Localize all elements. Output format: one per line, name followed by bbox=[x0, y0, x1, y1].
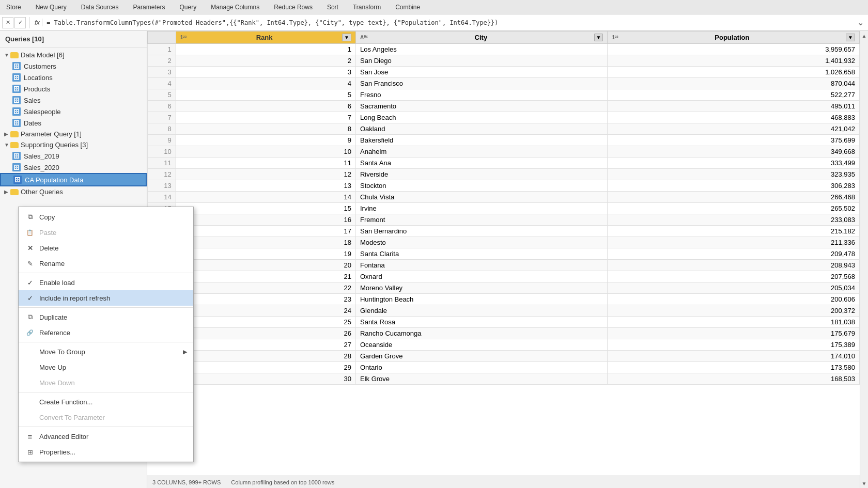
cell-city: Garden Grove bbox=[355, 351, 607, 362]
table-row: 1818Modesto211,336 bbox=[148, 237, 860, 248]
ctx-sep1 bbox=[19, 273, 193, 273]
cell-rank: 10 bbox=[176, 146, 355, 158]
query-label-dates: Dates bbox=[24, 119, 41, 127]
formula-accept-button[interactable]: ✓ bbox=[14, 17, 26, 28]
query-item-sales2019[interactable]: Sales_2019 bbox=[0, 150, 147, 162]
row-number: 12 bbox=[148, 169, 176, 180]
cell-population: 208,943 bbox=[608, 260, 860, 271]
cell-rank: 7 bbox=[176, 112, 355, 123]
query-item-salespeople[interactable]: Salespeople bbox=[0, 106, 147, 117]
menu-store[interactable]: Store bbox=[4, 3, 23, 12]
city-type-badge: Aᴮᶜ bbox=[360, 35, 368, 40]
ctx-paste[interactable]: 📋 Paste bbox=[19, 225, 193, 240]
ctx-convertparam-label: Convert To Parameter bbox=[39, 414, 105, 421]
pop-filter-button[interactable]: ▼ bbox=[846, 34, 855, 41]
ctx-sep5 bbox=[19, 427, 193, 427]
ctx-convertparam[interactable]: · Convert To Parameter bbox=[19, 410, 193, 425]
scroll-down-button[interactable]: ▼ bbox=[861, 480, 868, 487]
cell-city: Fresno bbox=[355, 89, 607, 101]
table-icon-salespeople bbox=[12, 107, 21, 116]
cell-city: San Francisco bbox=[355, 78, 607, 89]
table-row: 2323Huntington Beach200,606 bbox=[148, 294, 860, 305]
cell-rank: 13 bbox=[176, 180, 355, 192]
ctx-duplicate[interactable]: ⧉ Duplicate bbox=[19, 309, 193, 325]
query-item-sales2020[interactable]: Sales_2020 bbox=[0, 162, 147, 173]
table-row: 88Oakland421,042 bbox=[148, 123, 860, 135]
menu-transform[interactable]: Transform bbox=[351, 3, 383, 12]
ctx-advancededitor[interactable]: ≡ Advanced Editor bbox=[19, 429, 193, 444]
formula-expand-button[interactable]: ⌄ bbox=[855, 17, 866, 28]
row-number: 5 bbox=[148, 89, 176, 101]
cell-city: Oceanside bbox=[355, 339, 607, 351]
query-item-dates[interactable]: Dates bbox=[0, 117, 147, 129]
ctx-enableload[interactable]: ✓ Enable load bbox=[19, 275, 193, 290]
cell-population: 175,389 bbox=[608, 339, 860, 351]
queries-header: Queries [10] bbox=[0, 31, 147, 48]
cell-city: Santa Ana bbox=[355, 158, 607, 169]
rank-type-badge: 1²³ bbox=[180, 35, 187, 40]
ctx-delete[interactable]: ✕ Delete bbox=[19, 240, 193, 256]
table-row: 3030Elk Grove168,503 bbox=[148, 373, 860, 385]
ctx-sep2 bbox=[19, 307, 193, 308]
group-label-other: Other Queries bbox=[21, 188, 63, 196]
query-item-locations[interactable]: Locations bbox=[0, 72, 147, 83]
properties-icon: ⊞ bbox=[25, 447, 35, 457]
moveup-icon: · bbox=[25, 362, 35, 372]
data-table: 1²³ Rank ▼ Aᴮᶜ City ▼ bbox=[147, 31, 860, 385]
cell-rank: 22 bbox=[176, 282, 355, 294]
cell-population: 421,042 bbox=[608, 123, 860, 135]
ctx-copy[interactable]: ⧉ Copy bbox=[19, 209, 193, 225]
cell-rank: 16 bbox=[176, 214, 355, 226]
formula-cancel-button[interactable]: ✕ bbox=[2, 17, 13, 28]
formula-buttons: ✕ ✓ bbox=[2, 17, 29, 28]
cell-population: 207,568 bbox=[608, 271, 860, 282]
ctx-properties[interactable]: ⊞ Properties... bbox=[19, 444, 193, 460]
city-filter-button[interactable]: ▼ bbox=[594, 34, 603, 41]
ctx-createfunction[interactable]: · Create Function... bbox=[19, 394, 193, 410]
menu-combine[interactable]: Combine bbox=[393, 3, 422, 12]
scroll-up-button[interactable]: ▲ bbox=[861, 32, 868, 39]
cell-population: 174,010 bbox=[608, 351, 860, 362]
table-row: 99Bakersfield375,699 bbox=[148, 135, 860, 146]
menu-manage-columns[interactable]: Manage Columns bbox=[209, 3, 261, 12]
query-label-sales2019: Sales_2019 bbox=[24, 152, 59, 160]
menu-sort[interactable]: Sort bbox=[325, 3, 340, 12]
duplicate-icon: ⧉ bbox=[25, 312, 35, 322]
cell-population: 3,959,657 bbox=[608, 44, 860, 55]
menu-parameters[interactable]: Parameters bbox=[131, 3, 167, 12]
query-item-ca-population[interactable]: CA Population Data bbox=[0, 173, 147, 186]
ctx-movetogroup[interactable]: · Move To Group ▶ bbox=[19, 344, 193, 359]
table-row: 66Sacramento495,011 bbox=[148, 101, 860, 112]
group-supporting-queries[interactable]: ▼ Supporting Queries [3] bbox=[0, 139, 147, 150]
cell-city: Fremont bbox=[355, 214, 607, 226]
menu-reduce-rows[interactable]: Reduce Rows bbox=[272, 3, 315, 12]
query-item-products[interactable]: Products bbox=[0, 83, 147, 95]
menu-data-sources[interactable]: Data Sources bbox=[79, 3, 121, 12]
menu-query[interactable]: Query bbox=[177, 3, 198, 12]
ctx-moveup[interactable]: · Move Up bbox=[19, 359, 193, 375]
cell-population: 522,277 bbox=[608, 89, 860, 101]
ctx-reference[interactable]: 🔗 Reference bbox=[19, 325, 193, 340]
cell-population: 205,034 bbox=[608, 282, 860, 294]
right-scrollbar[interactable]: ▲ ▼ bbox=[860, 31, 868, 488]
group-parameter-query[interactable]: ▶ Parameter Query [1] bbox=[0, 129, 147, 139]
group-other-queries[interactable]: ▶ Other Queries bbox=[0, 186, 147, 197]
cell-population: 173,580 bbox=[608, 362, 860, 373]
data-grid-container[interactable]: 1²³ Rank ▼ Aᴮᶜ City ▼ bbox=[147, 31, 860, 476]
ctx-movedown[interactable]: · Move Down bbox=[19, 375, 193, 390]
cell-population: 200,372 bbox=[608, 305, 860, 317]
rank-filter-button[interactable]: ▼ bbox=[342, 34, 351, 41]
cell-city: Irvine bbox=[355, 203, 607, 214]
group-data-model[interactable]: ▼ Data Model [6] bbox=[0, 50, 147, 60]
col-header-population[interactable]: 1²³ Population ▼ bbox=[608, 32, 860, 44]
cell-rank: 29 bbox=[176, 362, 355, 373]
menu-new-query[interactable]: New Query bbox=[34, 3, 69, 12]
col-header-city[interactable]: Aᴮᶜ City ▼ bbox=[355, 32, 607, 44]
cell-city: Long Beach bbox=[355, 112, 607, 123]
col-header-rank[interactable]: 1²³ Rank ▼ bbox=[176, 32, 355, 44]
ctx-rename[interactable]: ✎ Rename bbox=[19, 256, 193, 271]
query-item-customers[interactable]: Customers bbox=[0, 60, 147, 72]
ctx-includereport[interactable]: ✓ Include in report refresh bbox=[19, 290, 193, 306]
cell-city: San Diego bbox=[355, 55, 607, 67]
query-item-sales[interactable]: Sales bbox=[0, 95, 147, 106]
